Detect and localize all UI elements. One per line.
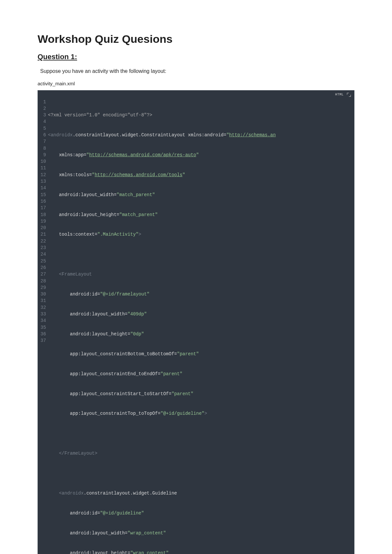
line-number: 31 [41, 297, 46, 304]
line-number: 32 [41, 304, 46, 311]
line-number: 26 [41, 264, 46, 271]
code-filename: activity_main.xml [38, 81, 354, 86]
line-number: 14 [41, 185, 46, 191]
line-number: 34 [41, 317, 46, 324]
line-number: 33 [41, 311, 46, 317]
code-line: xmlns:tools="http://schemas.android.com/… [48, 172, 354, 178]
line-number: 5 [41, 125, 46, 132]
code-line: android:layout_height="match_parent" [48, 211, 354, 218]
code-line: app:layout_constraintStart_toStartOf="pa… [48, 391, 354, 397]
expand-icon[interactable] [347, 93, 351, 97]
code-line: android:layout_width="409dp" [48, 311, 354, 317]
line-number: 6 [41, 132, 46, 138]
line-number: 12 [41, 172, 46, 178]
code-line: app:layout_constraintEnd_toEndOf="parent… [48, 371, 354, 377]
line-number: 29 [41, 284, 46, 291]
line-number: 13 [41, 178, 46, 185]
line-number: 24 [41, 251, 46, 258]
line-number: 19 [41, 218, 46, 225]
code-line [48, 470, 354, 477]
line-number: 22 [41, 238, 46, 244]
code-line: app:layout_constraintBottom_toBottomOf="… [48, 351, 354, 357]
line-number: 10 [41, 158, 46, 165]
line-number: 3 [41, 112, 46, 118]
code-line: <androidx.constraintlayout.widget.Constr… [48, 132, 354, 138]
question-prompt: Suppose you have an activity with the fo… [38, 68, 354, 74]
document-page: Workshop Quiz Quesions Question 1: Suppo… [0, 0, 392, 554]
line-number: 9 [41, 152, 46, 158]
code-line: tools:context=".MainActivity"> [48, 231, 354, 238]
line-number: 27 [41, 271, 46, 277]
line-number: 18 [41, 211, 46, 218]
line-number-gutter: 1234567891011121314151617181920212223242… [38, 99, 48, 554]
code-block: HTML 12345678910111213141516171819202122… [38, 90, 354, 554]
line-number: 28 [41, 278, 46, 284]
code-line: <FrameLayout [48, 271, 354, 277]
line-number: 16 [41, 198, 46, 205]
line-number: 8 [41, 145, 46, 152]
code-content[interactable]: <?xml version="1.0" encoding="utf-8"?> <… [48, 99, 354, 554]
code-line: <?xml version="1.0" encoding="utf-8"?> [48, 112, 354, 118]
line-number: 15 [41, 192, 46, 198]
line-number: 36 [41, 331, 46, 337]
code-line: android:id="@+id/framelayout" [48, 291, 354, 297]
line-number: 23 [41, 244, 46, 251]
code-line: android:layout_width="wrap_content" [48, 530, 354, 536]
code-language-label: HTML [335, 92, 344, 97]
code-line: app:layout_constraintTop_toTopOf="@+id/g… [48, 410, 354, 417]
code-line: android:layout_width="match_parent" [48, 192, 354, 198]
line-number: 1 [41, 99, 46, 105]
code-line: xmlns:app="http://schemas.android.com/ap… [48, 152, 354, 158]
line-number: 7 [41, 138, 46, 145]
line-number: 17 [41, 205, 46, 211]
code-body: 1234567891011121314151617181920212223242… [38, 99, 354, 554]
code-line: android:layout_height="wrap_content" [48, 550, 354, 554]
line-number: 30 [41, 291, 46, 297]
code-line [48, 430, 354, 437]
page-title: Workshop Quiz Quesions [38, 33, 354, 45]
code-line [48, 251, 354, 258]
line-number: 2 [41, 105, 46, 112]
line-number: 25 [41, 258, 46, 264]
code-line: android:id="@+id/guideline" [48, 510, 354, 516]
code-line: </FrameLayout> [48, 450, 354, 457]
code-line: <androidx.constraintlayout.widget.Guidel… [48, 490, 354, 496]
line-number: 21 [41, 231, 46, 238]
line-number: 20 [41, 225, 46, 231]
question-heading: Question 1: [38, 53, 354, 61]
code-line: android:layout_height="0dp" [48, 331, 354, 337]
line-number: 4 [41, 118, 46, 125]
line-number: 35 [41, 324, 46, 331]
code-header: HTML [38, 91, 354, 99]
line-number: 37 [41, 337, 46, 344]
line-number: 11 [41, 165, 46, 171]
